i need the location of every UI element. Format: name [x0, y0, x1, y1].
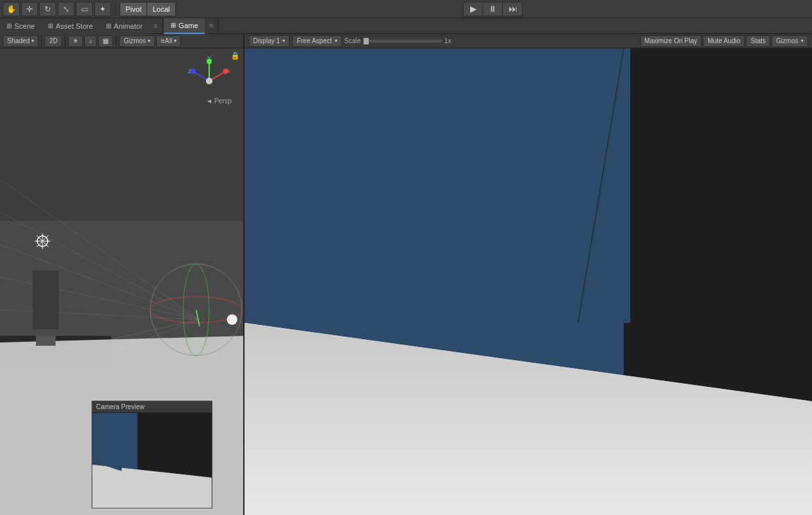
pause-btn[interactable]: ⏸	[483, 2, 503, 16]
divider-scene-2	[65, 35, 65, 47]
gizmos-game-label: Gizmos	[776, 37, 798, 44]
lighting-btn[interactable]: ☀	[68, 35, 83, 47]
scene-tab-icon: ⊞	[7, 22, 12, 29]
gizmos-btn[interactable]: Gizmos ▾	[119, 35, 155, 47]
svg-line-36	[0, 310, 199, 320]
maximize-on-play-btn[interactable]: Maximize On Play	[640, 35, 702, 47]
game-scene-svg	[245, 48, 812, 515]
divider-scene-3	[116, 35, 116, 47]
camera-preview-svg	[92, 413, 212, 508]
left-tabs-collapse[interactable]: ≡	[149, 22, 162, 29]
svg-text:X: X	[227, 68, 231, 75]
display-dropdown[interactable]: Display 1 ▾	[248, 35, 290, 47]
animator-tab-label: Animator	[114, 22, 143, 30]
separator-1	[115, 3, 116, 16]
svg-text:Y: Y	[207, 55, 211, 61]
local-btn[interactable]: Local	[147, 3, 175, 16]
asset-tab-icon: ⊞	[48, 22, 53, 29]
tabs-row: ⊞ Scene ⊞ Asset Store ⊞ Animator ≡ ⊞ Gam…	[0, 18, 812, 34]
game-bg	[245, 48, 812, 515]
svg-text:Z: Z	[188, 68, 192, 75]
persp-label: ◄ Persp	[206, 97, 231, 105]
scale-slider-thumb	[364, 38, 369, 44]
aspect-label: Free Aspect	[297, 37, 331, 44]
stats-btn[interactable]: Stats	[746, 35, 770, 47]
svg-line-33	[0, 212, 199, 320]
gizmos-game-btn[interactable]: Gizmos ▾	[771, 35, 808, 47]
scale-label: Scale	[345, 37, 361, 44]
right-tab-section: ⊞ Game ≡	[164, 18, 218, 33]
shading-dropdown[interactable]: Shaded ▾	[3, 35, 39, 47]
top-toolbar: ✋ ✛ ↻ ⤡ ▭ ✦ Pivot Local ▶ ⏸ ⏭	[0, 0, 812, 18]
pivot-local-group: Pivot Local	[120, 2, 176, 16]
play-btn[interactable]: ▶	[464, 2, 483, 16]
svg-line-34	[0, 244, 199, 320]
game-view[interactable]	[245, 48, 812, 515]
scale-tool-btn[interactable]: ⤡	[58, 2, 75, 16]
camera-preview-title: Camera Preview	[92, 401, 212, 413]
gizmos-arrow: ▾	[148, 38, 150, 44]
camera-preview-label: Camera Preview	[96, 403, 144, 410]
gizmos-game-arrow: ▾	[801, 38, 804, 44]
svg-point-54	[206, 78, 212, 84]
game-toolbar: Display 1 ▾ Free Aspect ▾ Scale 1x Maxim…	[245, 34, 812, 48]
camera-preview-content	[92, 413, 212, 508]
multi-tool-btn[interactable]: ✦	[94, 2, 111, 16]
aspect-dropdown[interactable]: Free Aspect ▾	[292, 35, 341, 47]
right-tabs-collapse[interactable]: ≡	[205, 22, 218, 29]
shading-label: Shaded	[7, 37, 29, 44]
tab-animator[interactable]: ⊞ Animator	[99, 18, 149, 34]
shading-arrow: ▾	[31, 38, 34, 44]
rotate-tool-btn[interactable]: ↻	[39, 2, 56, 16]
camera-preview: Camera Preview	[92, 401, 212, 508]
scene-toolbar: Shaded ▾ 2D ☀ ♪ ▦ Gizmos ▾ ≡All ▾	[0, 34, 243, 48]
divider-scene-1	[41, 35, 42, 47]
asset-tab-label: Asset Store	[56, 22, 93, 30]
main-content: X Y Z ◄ Persp 🔒 Ca	[0, 48, 812, 515]
rect-tool-btn[interactable]: ▭	[76, 2, 93, 16]
hand-tool-btn[interactable]: ✋	[3, 2, 20, 16]
pivot-btn[interactable]: Pivot	[120, 3, 147, 16]
scene-view[interactable]: X Y Z ◄ Persp 🔒 Ca	[0, 48, 243, 515]
audio-btn[interactable]: ♪	[84, 35, 97, 47]
step-btn[interactable]: ⏭	[503, 2, 522, 16]
all-label: ≡All	[161, 37, 172, 44]
effects-btn[interactable]: ▦	[98, 35, 113, 47]
animator-tab-icon: ⊞	[106, 22, 111, 29]
play-controls: ▶ ⏸ ⏭	[463, 2, 523, 16]
tab-scene[interactable]: ⊞ Scene	[0, 18, 41, 34]
all-btn[interactable]: ≡All ▾	[156, 35, 181, 47]
scene-inner: X Y Z ◄ Persp 🔒 Ca	[0, 48, 243, 515]
mode-2d-btn[interactable]: 2D	[44, 35, 62, 47]
game-tab-label: Game	[178, 22, 198, 29]
toolbars-row: Shaded ▾ 2D ☀ ♪ ▦ Gizmos ▾ ≡All ▾ Displa…	[0, 34, 812, 48]
display-label: Display 1	[253, 37, 280, 44]
tab-asset-store[interactable]: ⊞ Asset Store	[41, 18, 99, 34]
scene-tab-label: Scene	[14, 22, 35, 30]
svg-rect-42	[36, 336, 56, 346]
svg-rect-41	[33, 271, 59, 329]
tab-game[interactable]: ⊞ Game	[164, 18, 205, 34]
gizmos-label: Gizmos	[124, 37, 146, 44]
lock-icon: 🔒	[231, 52, 240, 60]
scale-slider[interactable]	[364, 40, 442, 42]
move-tool-btn[interactable]: ✛	[21, 2, 38, 16]
mute-audio-btn[interactable]: Mute Audio	[703, 35, 745, 47]
scale-container: Scale 1x	[345, 37, 637, 44]
svg-point-47	[227, 314, 237, 325]
scale-value: 1x	[445, 37, 452, 44]
svg-rect-70	[624, 48, 812, 427]
game-tab-icon: ⊞	[171, 22, 176, 29]
svg-marker-73	[245, 48, 630, 323]
left-tab-section: ⊞ Scene ⊞ Asset Store ⊞ Animator ≡	[0, 18, 163, 33]
game-right-buttons: Maximize On Play Mute Audio Stats Gizmos…	[640, 35, 808, 47]
all-arrow: ▾	[174, 38, 177, 44]
aspect-arrow: ▾	[335, 38, 337, 44]
display-arrow: ▾	[282, 38, 285, 44]
